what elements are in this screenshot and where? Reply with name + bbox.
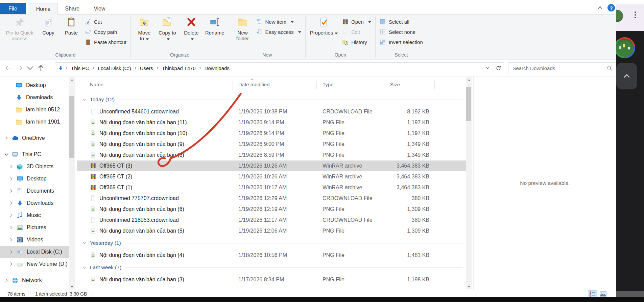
ribbon-button-paste-shortcut[interactable]: Paste shortcut xyxy=(85,38,126,46)
file-row[interactable]: Nội dung đoạn văn bản của bạn (6)1/19/20… xyxy=(77,204,466,215)
list-group-header-last-week-7[interactable]: Last week (7) xyxy=(77,261,466,274)
ribbon-button-rename[interactable]: Rename xyxy=(203,15,227,36)
scroll-to-top-button[interactable] xyxy=(616,63,637,89)
ribbon-button-paste[interactable]: Paste xyxy=(60,15,83,36)
column-header-date-modified[interactable]: Date modified xyxy=(238,82,270,87)
recent-locations-button[interactable] xyxy=(26,64,34,72)
sidebar-item-label: Network xyxy=(22,277,42,283)
ribbon-button-label: Easy access xyxy=(265,29,294,35)
column-header-name[interactable]: Name xyxy=(90,82,103,87)
details-view-button[interactable] xyxy=(588,290,597,297)
file-row[interactable]: Nội dung đoạn văn bản của bạn (3)1/17/20… xyxy=(77,274,466,285)
sidebar-item-lam-hinh-1901[interactable]: lam hinh 1901 xyxy=(0,116,69,128)
file-type: PNG File xyxy=(323,250,344,261)
sidebar-scrollbar[interactable] xyxy=(69,77,75,289)
avatar[interactable] xyxy=(616,9,623,22)
sidebar-item-label: This PC xyxy=(22,151,41,157)
sidebar-scrollbar-thumb[interactable] xyxy=(69,96,74,158)
up-button[interactable] xyxy=(37,64,45,72)
scroll-down-icon xyxy=(467,285,471,288)
preview-message: No preview available. xyxy=(520,180,570,186)
tab-view[interactable]: View xyxy=(87,3,112,14)
sidebar-item-desktop[interactable]: Desktop xyxy=(0,173,69,185)
ribbon-button-new-folder[interactable]: New folder xyxy=(231,15,254,42)
sidebar-item-pictures[interactable]: Pictures xyxy=(0,221,69,234)
tab-share[interactable]: Share xyxy=(58,3,87,14)
file-type: WinRAR archive xyxy=(323,160,362,171)
ribbon-button-cut[interactable]: Cut xyxy=(85,18,126,26)
search-input[interactable] xyxy=(512,65,606,71)
file-row[interactable]: Nội dung đoạn văn bản của bạn (11)1/19/2… xyxy=(77,117,466,128)
column-header-size[interactable]: Size xyxy=(390,82,400,87)
file-list-pane: NameDate modifiedTypeSize Today (12)Unco… xyxy=(77,77,466,290)
file-type: PNG File xyxy=(323,204,344,215)
ribbon-button-move-to[interactable]: Move to xyxy=(133,15,156,42)
list-group-header-yesterday-1[interactable]: Yesterday (1) xyxy=(77,236,466,250)
ribbon-button-delete[interactable]: Delete xyxy=(180,15,203,42)
help-button[interactable]: ? xyxy=(607,4,615,12)
ribbon-button-select-none[interactable]: Select none xyxy=(380,28,423,36)
refresh-button[interactable] xyxy=(493,63,504,74)
file-row[interactable]: Nội dung đoạn văn bản của bạn (8)1/19/20… xyxy=(77,150,466,160)
breadcrumb-item-thinkpad-t470[interactable]: Thinkpad T470 xyxy=(161,65,197,71)
breadcrumb-item-local-disk-c[interactable]: Local Disk (C:) xyxy=(96,65,132,71)
sidebar-item-documents[interactable]: Documents xyxy=(0,185,69,197)
sidebar-item-new-volume-d[interactable]: New Volume (D:) xyxy=(0,258,69,270)
breadcrumb-item-users[interactable]: Users xyxy=(139,65,154,71)
ribbon-button-select-all[interactable]: Select all xyxy=(380,18,423,26)
ribbon-button-properties[interactable]: Properties xyxy=(308,15,340,36)
file-list-scrollbar[interactable] xyxy=(466,77,472,289)
sidebar-item-lam-hinh-0512[interactable]: lam hinh 0512 xyxy=(0,104,69,116)
sort-descending-icon xyxy=(250,77,254,81)
ribbon-button-open[interactable]: Open xyxy=(342,18,371,26)
collapse-ribbon-icon[interactable] xyxy=(597,5,603,11)
file-row[interactable]: Nội dung đoạn văn bản của bạn (4)1/18/20… xyxy=(77,250,466,261)
file-size: 3,464,383 KB xyxy=(384,182,429,193)
sidebar-item-label: Documents xyxy=(27,188,54,194)
ribbon-button-copy-path[interactable]: Copy path xyxy=(85,28,126,36)
column-header-type[interactable]: Type xyxy=(323,82,334,87)
sidebar-item-local-disk-c[interactable]: Local Disk (C:) xyxy=(0,246,69,258)
file-row[interactable]: Unconfirmed 218053.crdownload1/19/2026 1… xyxy=(77,215,466,225)
ribbon-button-label: Select none xyxy=(389,29,415,35)
file-list-scrollbar-thumb[interactable] xyxy=(466,87,471,121)
thumbnail-view-button[interactable] xyxy=(599,290,607,297)
file-row[interactable]: Unconfirmed 775707.crdownload1/19/2026 1… xyxy=(77,193,466,204)
ribbon-button-new-item[interactable]: New item xyxy=(256,18,301,26)
sidebar-item-onedrive[interactable]: OneDrive xyxy=(0,132,69,144)
file-row[interactable]: Off365 CT (3)1/19/2026 10:26 AMWinRAR ar… xyxy=(77,160,466,171)
sidebar-item-downloads[interactable]: Downloads xyxy=(0,91,69,104)
file-row[interactable]: Off365 CT (2)1/19/2026 10:26 AMWinRAR ar… xyxy=(77,171,466,182)
status-divider xyxy=(92,291,92,296)
ribbon-button-easy-access[interactable]: Easy access xyxy=(256,28,301,36)
sidebar-item-network[interactable]: Network xyxy=(0,274,69,286)
ribbon-button-history[interactable]: History xyxy=(342,38,371,46)
breadcrumb-item-this-pc[interactable]: This PC xyxy=(70,65,90,71)
address-dropdown-button[interactable] xyxy=(482,63,493,74)
address-bar[interactable]: This PCLocal Disk (C:)UsersThinkpad T470… xyxy=(55,62,504,74)
ribbon-button-copy[interactable]: Copy xyxy=(37,15,60,36)
ribbon-button-invert-selection[interactable]: Invert selection xyxy=(380,38,423,46)
file-row[interactable]: Off365 CT (1)1/19/2026 10:17 AMWinRAR ar… xyxy=(77,182,466,193)
tab-home[interactable]: Home xyxy=(29,3,58,15)
sidebar-item-3d-objects[interactable]: 3D Objects xyxy=(0,160,69,173)
overlay-bottom-bar xyxy=(616,291,644,297)
list-group-header-today-12[interactable]: Today (12) xyxy=(77,93,466,106)
ribbon-group-label: Organize xyxy=(133,51,227,60)
tab-file[interactable]: File xyxy=(0,3,26,14)
search-icon[interactable] xyxy=(606,65,613,71)
file-row[interactable]: Nội dung đoạn văn bản của bạn (9)1/19/20… xyxy=(77,139,466,150)
chat-head-bubble[interactable] xyxy=(616,37,635,58)
file-row[interactable]: Nội dung đoạn văn bản của bạn (5)1/19/20… xyxy=(77,225,466,236)
ribbon-button-copy-to[interactable]: Copy to xyxy=(156,15,179,42)
sidebar-item-music[interactable]: Music xyxy=(0,209,69,221)
sidebar-item-downloads[interactable]: Downloads xyxy=(0,197,69,209)
file-row[interactable]: Unconfirmed 544601.crdownload1/19/2026 1… xyxy=(77,106,466,117)
kebab-menu-icon[interactable] xyxy=(635,12,636,18)
sidebar-item-videos[interactable]: Videos xyxy=(0,234,69,246)
breadcrumb-item-downloads[interactable]: Downloads xyxy=(203,65,231,71)
sidebar-item-this-pc[interactable]: This PC xyxy=(0,148,69,160)
sidebar-item-desktop[interactable]: Desktop xyxy=(0,79,69,91)
file-date: 1/18/2026 10:56 PM xyxy=(238,250,287,261)
file-row[interactable]: Nội dung đoạn văn bản của bạn (10)1/19/2… xyxy=(77,128,466,139)
